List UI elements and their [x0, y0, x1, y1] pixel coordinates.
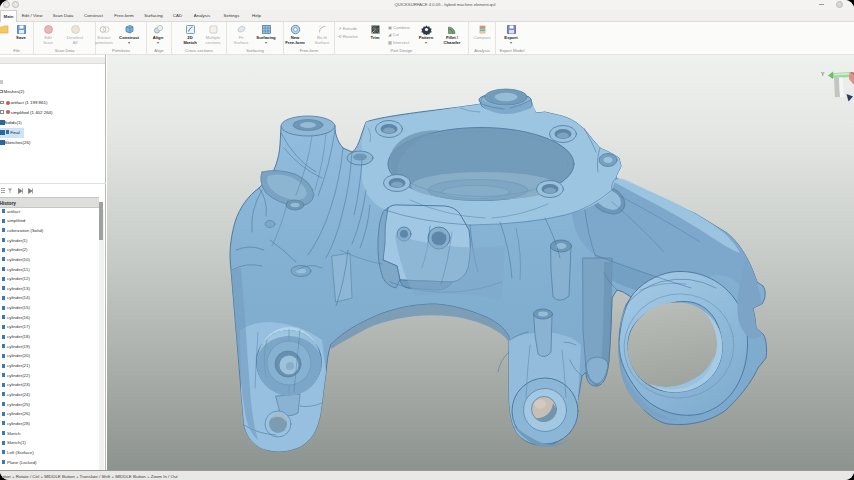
svg-text:Y: Y	[821, 71, 825, 77]
